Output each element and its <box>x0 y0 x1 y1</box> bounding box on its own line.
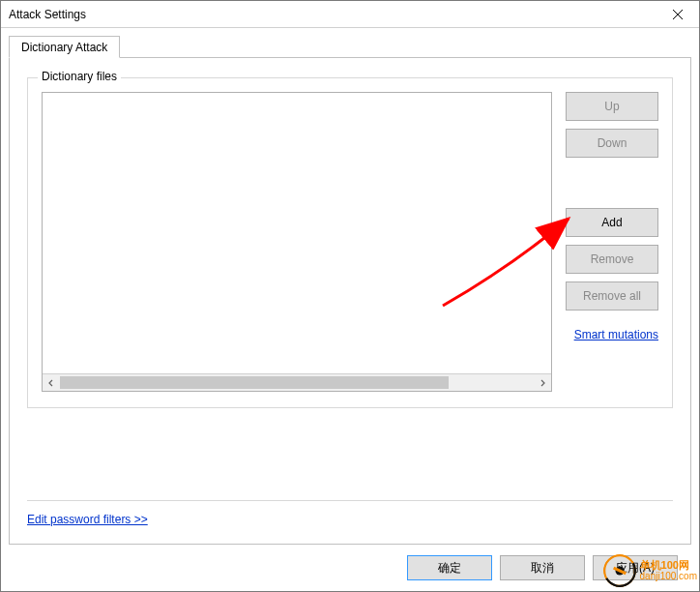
dialog-footer: 确定 取消 应用(A) <box>9 545 691 591</box>
tab-panel: Dictionary files <box>9 57 691 545</box>
dictionary-files-listbox[interactable] <box>42 92 552 392</box>
client-area: Dictionary Attack Dictionary files <box>1 28 699 591</box>
scrollbar-thumb[interactable] <box>60 376 449 389</box>
tab-dictionary-attack[interactable]: Dictionary Attack <box>9 36 120 58</box>
cancel-button[interactable]: 取消 <box>500 555 585 580</box>
dialog-window: Attack Settings Dictionary Attack Dictio… <box>0 0 700 592</box>
smart-mutations-link-wrap: Smart mutations <box>566 328 658 341</box>
horizontal-scrollbar[interactable] <box>43 373 551 391</box>
chevron-right-icon <box>539 379 546 387</box>
remove-button[interactable]: Remove <box>566 245 658 274</box>
dictionary-files-group: Dictionary files <box>27 77 673 408</box>
bottom-link-row: Edit password filters >> <box>27 500 673 530</box>
side-buttons: Up Down Add Remove Remove all Smart muta… <box>566 92 658 392</box>
close-button[interactable] <box>656 1 699 28</box>
listbox-viewport[interactable] <box>43 93 551 373</box>
tabstrip: Dictionary Attack <box>9 36 691 57</box>
remove-all-button[interactable]: Remove all <box>566 281 658 311</box>
edit-password-filters-link[interactable]: Edit password filters >> <box>27 513 148 526</box>
apply-button[interactable]: 应用(A) <box>593 555 678 580</box>
smart-mutations-link[interactable]: Smart mutations <box>574 328 658 341</box>
scroll-left-button[interactable] <box>43 374 60 391</box>
close-icon <box>673 10 683 19</box>
titlebar: Attack Settings <box>1 1 699 28</box>
scrollbar-track[interactable] <box>60 374 534 391</box>
add-button[interactable]: Add <box>566 208 658 237</box>
window-title: Attack Settings <box>9 8 86 21</box>
scroll-right-button[interactable] <box>534 374 551 391</box>
up-button[interactable]: Up <box>566 92 658 121</box>
down-button[interactable]: Down <box>566 129 658 158</box>
group-legend: Dictionary files <box>38 70 121 83</box>
ok-button[interactable]: 确定 <box>407 555 492 580</box>
chevron-left-icon <box>47 379 55 387</box>
